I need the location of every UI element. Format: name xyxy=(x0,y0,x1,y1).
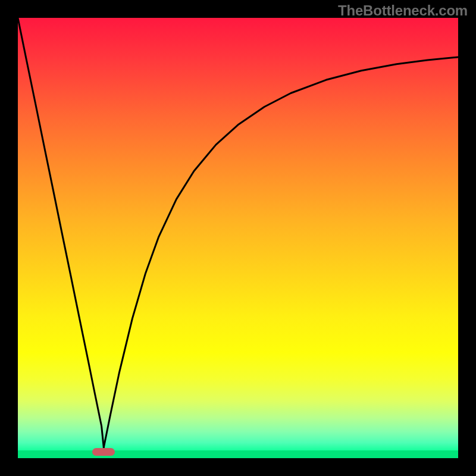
curve-right-segment xyxy=(104,57,458,447)
chart-frame: TheBottleneck.com xyxy=(0,0,476,476)
plot-border-left xyxy=(0,0,18,476)
plot-border-right xyxy=(458,0,476,476)
curve-left-segment xyxy=(18,18,104,447)
optimal-marker xyxy=(92,448,115,456)
watermark-label: TheBottleneck.com xyxy=(338,2,468,19)
bottleneck-curve xyxy=(18,18,458,458)
plot-area xyxy=(18,18,458,458)
plot-border-bottom xyxy=(0,458,476,476)
